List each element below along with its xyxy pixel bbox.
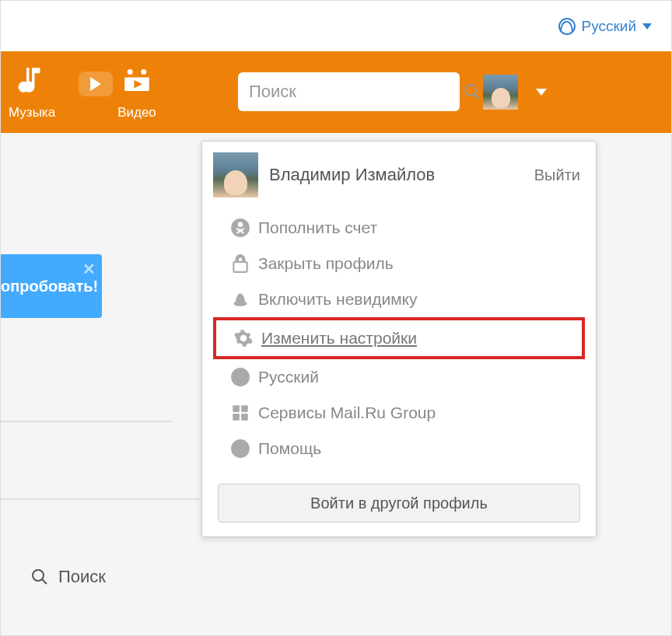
sidebar-search-label: Поиск — [58, 567, 106, 587]
divider — [1, 498, 199, 500]
nav-video[interactable]: Видео — [117, 64, 156, 121]
avatar[interactable] — [213, 152, 258, 197]
login-other-profile-button[interactable]: Войти в другой профиль — [218, 484, 580, 522]
svg-point-4 — [231, 218, 250, 237]
language-selector[interactable]: Русский — [558, 18, 653, 35]
chevron-down-icon — [642, 23, 652, 30]
search-icon[interactable] — [463, 82, 481, 101]
dropdown-footer: Войти в другой профиль — [218, 484, 580, 522]
top-bar: Русский — [1, 1, 671, 51]
menu-label: Изменить настройки — [261, 329, 417, 348]
sidebar-search[interactable]: Поиск — [30, 567, 106, 587]
hat-icon — [230, 289, 250, 309]
svg-line-1 — [474, 94, 479, 99]
gear-icon — [233, 328, 254, 348]
close-icon[interactable]: ✕ — [82, 260, 96, 278]
svg-point-11 — [240, 453, 241, 454]
search-input[interactable] — [249, 82, 463, 102]
menu-item-topup[interactable]: Пополнить счет — [202, 210, 596, 246]
help-icon — [230, 439, 250, 459]
svg-rect-7 — [241, 405, 248, 412]
menu-label: Закрыть профиль — [258, 254, 394, 273]
menu-item-invisible[interactable]: Включить невидимку — [202, 281, 596, 317]
avatar-button[interactable] — [483, 75, 518, 110]
language-label: Русский — [582, 18, 637, 35]
menu-item-language[interactable]: Русский — [202, 359, 596, 395]
dropdown-header: Владимир Измайлов Выйти — [202, 142, 596, 205]
svg-rect-6 — [233, 405, 240, 412]
search-icon — [30, 568, 49, 586]
logout-link[interactable]: Выйти — [534, 166, 580, 184]
menu-item-services[interactable]: Сервисы Mail.Ru Group — [202, 395, 596, 431]
chevron-down-icon[interactable] — [536, 89, 547, 96]
svg-point-0 — [465, 85, 476, 96]
ok-badge-icon — [230, 218, 250, 238]
menu-label: Русский — [258, 368, 319, 386]
grid-icon — [230, 403, 250, 423]
user-dropdown: Владимир Измайлов Выйти Пополнить счет З… — [201, 141, 597, 537]
menu-item-help[interactable]: Помощь — [202, 431, 596, 467]
svg-rect-9 — [241, 414, 248, 421]
dropdown-menu: Пополнить счет Закрыть профиль Включить … — [202, 210, 596, 467]
svg-point-2 — [33, 570, 44, 581]
main-nav-bar: Музыка Видео — [1, 51, 671, 133]
nav-music-label: Музыка — [9, 105, 55, 121]
menu-label: Пополнить счет — [258, 218, 377, 237]
music-icon — [16, 64, 48, 100]
menu-label: Включить невидимку — [258, 290, 418, 309]
menu-item-close-profile[interactable]: Закрыть профиль — [202, 246, 596, 281]
promo-text: опробовать! — [1, 278, 98, 295]
nav-video-label: Видео — [117, 105, 156, 121]
lock-icon — [230, 253, 250, 274]
nav-music[interactable]: Музыка — [9, 64, 55, 121]
video-icon — [121, 64, 153, 100]
content-area: опробовать! ✕ Поиск Владимир Измайлов Вы… — [1, 133, 671, 636]
menu-label: Сервисы Mail.Ru Group — [258, 404, 436, 422]
play-icon[interactable] — [79, 72, 113, 96]
svg-rect-8 — [233, 414, 240, 421]
promo-banner[interactable]: опробовать! ✕ — [1, 254, 102, 318]
username[interactable]: Владимир Измайлов — [269, 165, 523, 185]
divider — [1, 421, 172, 422]
globe-icon — [558, 18, 576, 35]
menu-item-settings[interactable]: Изменить настройки — [213, 317, 585, 359]
menu-label: Помощь — [258, 439, 321, 458]
globe-icon — [230, 367, 250, 387]
search-box[interactable] — [238, 72, 460, 111]
svg-line-3 — [42, 579, 47, 584]
